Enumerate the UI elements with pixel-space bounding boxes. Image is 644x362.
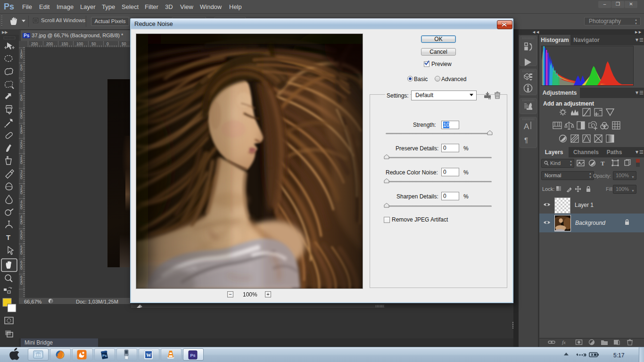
svg-text:fx: fx <box>562 339 566 345</box>
svg-text:Ps: Ps <box>190 353 196 358</box>
svg-text:T: T <box>6 233 10 241</box>
svg-text:T: T <box>601 160 605 167</box>
svg-text:Ps: Ps <box>102 354 107 358</box>
svg-text:▶▶: ▶▶ <box>2 30 8 34</box>
svg-text:W: W <box>146 352 151 358</box>
svg-text:A: A <box>524 122 529 131</box>
svg-text:¶: ¶ <box>524 136 528 144</box>
